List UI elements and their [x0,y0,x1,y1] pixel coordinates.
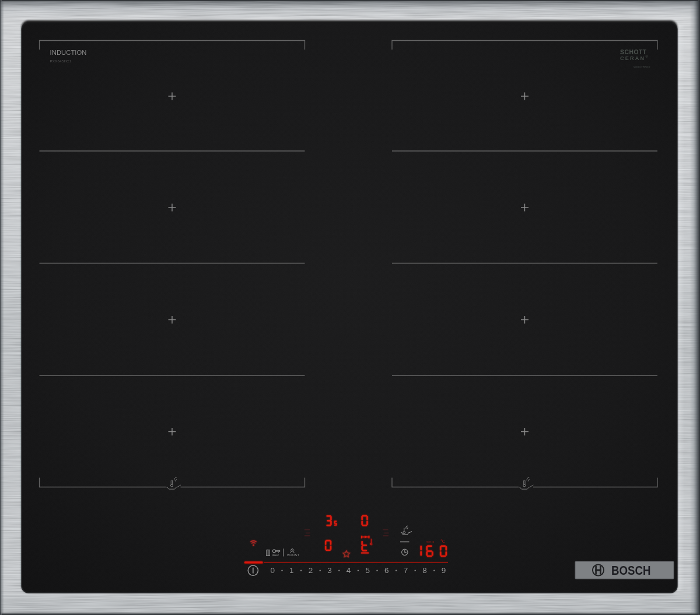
svg-text:1: 1 [289,566,294,575]
svg-text:®: ® [646,55,649,58]
svg-text:CERAN: CERAN [620,55,645,61]
svg-text:BOOST: BOOST [287,553,299,557]
svg-text:BOSCH: BOSCH [611,564,651,578]
svg-text:°C: °C [440,539,445,543]
svg-text:7: 7 [404,566,408,575]
svg-text:4sec: 4sec [272,553,279,557]
svg-text:INDUCTION: INDUCTION [50,49,87,56]
svg-text:0: 0 [270,566,275,575]
svg-text:3: 3 [327,566,332,575]
svg-text:4: 4 [346,566,351,575]
svg-text:min s: min s [426,540,434,543]
svg-text:2: 2 [309,566,313,575]
svg-text:900378500: 900378500 [634,65,650,69]
svg-text:8: 8 [422,566,427,575]
svg-text:9: 9 [442,566,446,575]
svg-text:6: 6 [384,566,389,575]
svg-text:5: 5 [365,566,370,575]
svg-text:SCHOTT: SCHOTT [620,49,647,55]
svg-text:PXX645HC1: PXX645HC1 [50,59,72,63]
